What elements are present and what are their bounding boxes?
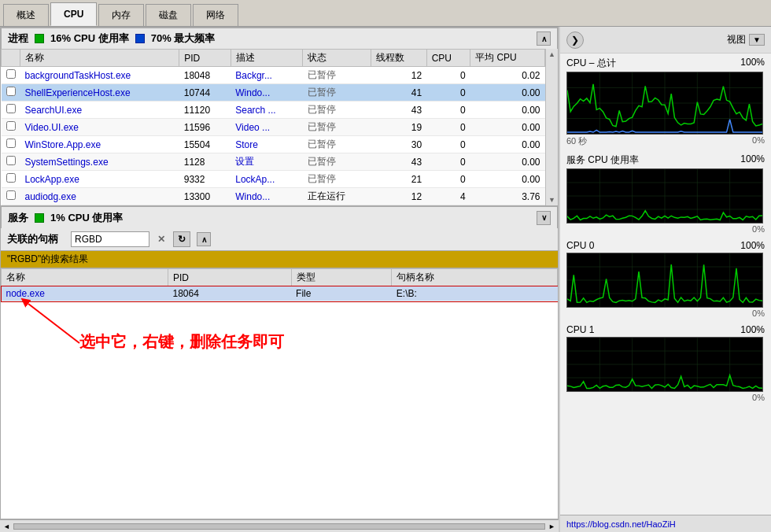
checkbox[interactable] — [6, 139, 16, 148]
search-clear-btn[interactable]: ✕ — [156, 234, 167, 245]
handle-header: 关联的句柄 ✕ ↻ ∧ — [1, 228, 558, 251]
table-row[interactable]: ShellExperienceHost.exe 10744 Windo... 已… — [2, 84, 545, 102]
process-tbody: backgroundTaskHost.exe 18048 Backgr... 已… — [2, 67, 545, 205]
graph-section-0: CPU – 总计 100% 60 秒0% — [560, 54, 771, 150]
handle-row-type: File — [291, 286, 392, 301]
row-checkbox[interactable] — [2, 102, 20, 119]
row-name: SearchUI.exe — [20, 102, 179, 119]
row-desc: Backgr... — [231, 67, 303, 84]
table-row[interactable]: WinStore.App.exe 15504 Store 已暂停 30 0 0.… — [2, 136, 545, 153]
row-name: WinStore.App.exe — [20, 136, 179, 153]
handle-table-header: 名称 PID 类型 句柄名称 — [2, 269, 558, 286]
process-table-wrapper: 名称 PID 描述 状态 线程数 CPU 平均 CPU backgroundTa… — [1, 49, 558, 205]
tab-network[interactable]: 网络 — [193, 4, 238, 26]
service-section: 服务 1% CPU 使用率 ∨ — [0, 206, 559, 228]
handle-collapse-btn[interactable]: ∧ — [197, 232, 211, 246]
col-status: 状态 — [303, 50, 371, 67]
row-status: 已暂停 — [303, 84, 371, 102]
tab-disk[interactable]: 磁盘 — [146, 4, 191, 26]
row-threads: 19 — [371, 119, 426, 136]
table-row[interactable]: SearchUI.exe 11120 Search ... 已暂停 43 0 0… — [2, 102, 545, 119]
graph-canvas-2 — [566, 253, 763, 308]
row-desc: Store — [231, 136, 303, 153]
checkbox[interactable] — [6, 121, 16, 131]
row-status: 已暂停 — [303, 67, 371, 84]
graph-bottom-1: 0% — [566, 224, 765, 234]
row-pid: 11596 — [179, 119, 231, 136]
process-scrollbar[interactable]: ▲ ▼ — [545, 49, 558, 205]
right-nav-btn[interactable]: ❯ — [566, 31, 584, 49]
row-pid: 15504 — [179, 136, 231, 153]
col-name: 名称 — [20, 50, 179, 67]
search-refresh-btn[interactable]: ↻ — [173, 231, 190, 247]
status-url: https://blog.csdn.net/HaoZiH — [566, 519, 676, 529]
row-name: LockApp.exe — [20, 171, 179, 188]
checkbox[interactable] — [6, 190, 16, 200]
cpu-graphs[interactable]: CPU – 总计 100% 60 秒0% 服务 CPU 使用率 100% 0% … — [560, 54, 771, 515]
annotation-text: 选中它，右键，删除任务即可 — [79, 331, 284, 353]
process-header: 进程 16% CPU 使用率 70% 最大频率 ∧ — [1, 28, 558, 49]
bottom-scrollbar[interactable]: ◄ ► — [0, 519, 559, 532]
graph-canvas-1 — [566, 168, 763, 224]
search-result-bar: "RGBD"的搜索结果 — [1, 251, 558, 268]
table-row[interactable]: SystemSettings.exe 1128 设置 已暂停 43 0 0.00 — [2, 153, 545, 171]
handle-tbody: node.exe 18064 File E:\B: — [2, 286, 558, 301]
process-max-freq: 70% 最大频率 — [151, 31, 216, 46]
row-desc: Video ... — [231, 119, 303, 136]
checkbox[interactable] — [6, 104, 16, 113]
row-name: SystemSettings.exe — [20, 153, 179, 171]
row-desc: 设置 — [231, 153, 303, 171]
row-name: ShellExperienceHost.exe — [20, 84, 179, 102]
row-status: 已暂停 — [303, 153, 371, 171]
handle-row-handle-name: E:\B: — [392, 286, 558, 301]
handle-row-name: node.exe — [2, 286, 168, 301]
checkbox[interactable] — [6, 156, 16, 165]
row-avg-cpu: 0.00 — [470, 136, 545, 153]
view-arrow-icon[interactable]: ▼ — [749, 34, 765, 46]
graph-percent-3: 100% — [740, 324, 765, 335]
graph-bottom-right-1: 0% — [752, 224, 765, 234]
checkbox[interactable] — [6, 173, 16, 183]
table-row[interactable]: backgroundTaskHost.exe 18048 Backgr... 已… — [2, 67, 545, 84]
service-collapse-btn[interactable]: ∨ — [537, 211, 551, 225]
process-section: 进程 16% CPU 使用率 70% 最大频率 ∧ 名称 PID — [0, 27, 559, 206]
row-checkbox[interactable] — [2, 153, 20, 171]
table-row[interactable]: Video.UI.exe 11596 Video ... 已暂停 19 0 0.… — [2, 119, 545, 136]
table-row[interactable]: audiodg.exe 13300 Windo... 正在运行 12 4 3.7… — [2, 188, 545, 205]
graph-name-3: CPU 1 — [566, 324, 594, 335]
row-pid: 11120 — [179, 102, 231, 119]
row-threads: 43 — [371, 102, 426, 119]
table-row[interactable]: LockApp.exe 9332 LockAp... 已暂停 21 0 0.00 — [2, 171, 545, 188]
checkbox[interactable] — [6, 69, 16, 79]
tab-memory[interactable]: 内存 — [98, 4, 144, 26]
row-threads: 43 — [371, 153, 426, 171]
view-dropdown[interactable]: 视图 ▼ — [727, 33, 765, 46]
graph-svg-1 — [567, 169, 762, 223]
row-cpu: 0 — [426, 171, 470, 188]
tab-overview[interactable]: 概述 — [3, 4, 49, 26]
left-panel: 进程 16% CPU 使用率 70% 最大频率 ∧ 名称 PID — [0, 27, 559, 532]
handle-search-input[interactable] — [71, 231, 149, 247]
checkbox[interactable] — [6, 87, 16, 96]
col-pid: PID — [179, 50, 231, 67]
process-collapse-btn[interactable]: ∧ — [537, 31, 551, 46]
row-checkbox[interactable] — [2, 188, 20, 205]
process-table-container[interactable]: 名称 PID 描述 状态 线程数 CPU 平均 CPU backgroundTa… — [1, 49, 545, 205]
graph-name-0: CPU – 总计 — [566, 57, 616, 70]
row-pid: 18048 — [179, 67, 231, 84]
service-header: 服务 1% CPU 使用率 ∨ — [1, 206, 558, 228]
row-checkbox[interactable] — [2, 84, 20, 102]
row-cpu: 0 — [426, 153, 470, 171]
row-checkbox[interactable] — [2, 67, 20, 84]
row-checkbox[interactable] — [2, 119, 20, 136]
tab-cpu[interactable]: CPU — [50, 2, 97, 26]
row-checkbox[interactable] — [2, 171, 20, 188]
row-desc: LockAp... — [231, 171, 303, 188]
handle-col-handle-name: 句柄名称 — [392, 269, 558, 286]
handle-table-container[interactable]: 名称 PID 类型 句柄名称 node.exe 18064 File E:\B: — [1, 268, 558, 519]
table-row[interactable]: node.exe 18064 File E:\B: — [2, 286, 558, 301]
row-avg-cpu: 0.00 — [470, 102, 545, 119]
row-desc: Windo... — [231, 188, 303, 205]
row-checkbox[interactable] — [2, 136, 20, 153]
row-threads: 21 — [371, 171, 426, 188]
